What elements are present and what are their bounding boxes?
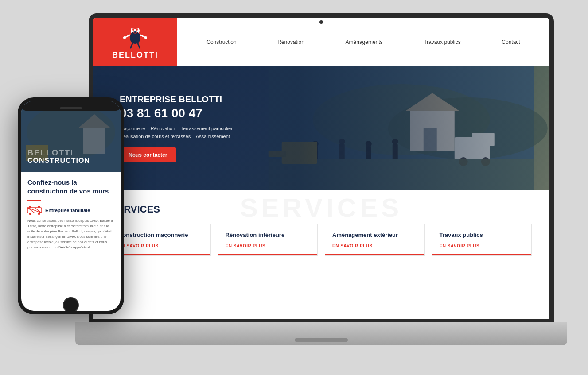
laptop-screen: BELLOTTI Construction Rénovation Aménage… <box>93 18 549 319</box>
services-section: SERVICES SERVICES Construction maçonneri… <box>93 190 549 319</box>
service-card-3: Travaux publics EN SAVOIR PLUS <box>432 224 532 256</box>
laptop-body: BELLOTTI Construction Rénovation Aménage… <box>89 13 554 323</box>
phone-content-title: Confiez-nous la construction de vos murs <box>27 178 114 195</box>
hero-content: ENTREPRISE BELLOTTI 03 81 61 00 47 Maçon… <box>120 94 237 162</box>
phone-screen: BELLOTTI CONSTRUCTION Confiez-nous la co… <box>21 101 121 311</box>
svg-point-4 <box>123 36 126 39</box>
logo-mascot-icon <box>121 24 150 49</box>
phone-notch <box>21 101 121 111</box>
services-title: SERVICES <box>111 204 532 215</box>
phone-speaker <box>60 107 82 109</box>
laptop: BELLOTTI Construction Rénovation Aménage… <box>89 13 554 345</box>
nav-amenagements[interactable]: Aménagements <box>346 39 383 45</box>
svg-line-6 <box>131 43 132 48</box>
service-title-1: Rénovation intérieure <box>226 232 311 239</box>
phone-body: BELLOTTI CONSTRUCTION Confiez-nous la co… <box>18 97 124 314</box>
svg-point-8 <box>132 29 134 31</box>
svg-rect-46 <box>38 213 40 215</box>
service-title-0: Construction maçonnerie <box>118 232 203 239</box>
hero-cta-button[interactable]: Nous contacter <box>120 147 176 162</box>
svg-line-7 <box>138 43 140 48</box>
svg-rect-43 <box>29 206 31 208</box>
service-card-2: Aménagement extérieur EN SAVOIR PLUS <box>325 224 425 256</box>
phone-hero: BELLOTTI CONSTRUCTION <box>21 101 121 172</box>
service-link-0[interactable]: EN SAVOIR PLUS <box>118 244 203 248</box>
phone-body-text: Nous construisons des maisons depuis 198… <box>27 218 114 250</box>
site-header: BELLOTTI Construction Rénovation Aménage… <box>93 18 549 66</box>
nav-construction[interactable]: Construction <box>206 39 236 45</box>
svg-point-9 <box>136 29 138 31</box>
service-title-2: Aménagement extérieur <box>332 232 417 239</box>
service-card-1: Rénovation intérieure EN SAVOIR PLUS <box>218 224 318 256</box>
logo-box: BELLOTTI <box>93 18 177 66</box>
phone-divider <box>27 200 41 201</box>
phone-icon-area: Entreprise familiale <box>27 206 114 215</box>
phone-hero-bellotti-text: BELLOTTI <box>27 149 90 157</box>
svg-rect-45 <box>29 213 31 215</box>
site-hero: ENTREPRISE BELLOTTI 03 81 61 00 47 Maçon… <box>93 66 549 190</box>
hero-phone-number: 03 81 61 00 47 <box>120 106 237 120</box>
phone: BELLOTTI CONSTRUCTION Confiez-nous la co… <box>18 97 124 314</box>
service-card-0: Construction maçonnerie EN SAVOIR PLUS <box>111 224 211 256</box>
services-grid: Construction maçonnerie EN SAVOIR PLUS R… <box>111 224 532 256</box>
svg-line-40 <box>27 208 42 213</box>
svg-line-42 <box>27 208 35 213</box>
hero-company-name: ENTREPRISE BELLOTTI <box>120 94 237 104</box>
service-link-1[interactable]: EN SAVOIR PLUS <box>226 244 311 248</box>
phone-section-title: Entreprise familiale <box>45 208 90 213</box>
svg-rect-11 <box>133 25 137 27</box>
service-link-3[interactable]: EN SAVOIR PLUS <box>440 244 525 248</box>
laptop-camera <box>319 20 323 24</box>
nav-contact[interactable]: Contact <box>502 39 520 45</box>
laptop-base <box>75 322 567 345</box>
hero-description: Maçonnerie – Rénovation – Terrassement p… <box>120 125 237 140</box>
phone-home-button[interactable] <box>63 297 79 313</box>
service-link-2[interactable]: EN SAVOIR PLUS <box>332 244 417 248</box>
svg-line-41 <box>35 208 42 213</box>
phone-hero-construction-text: CONSTRUCTION <box>27 157 90 165</box>
logo-brand-text: BELLOTTI <box>112 50 158 60</box>
site-nav: Construction Rénovation Aménagements Tra… <box>177 18 549 66</box>
phone-barrier-icon <box>27 206 42 215</box>
nav-renovation[interactable]: Rénovation <box>277 39 304 45</box>
phone-hero-text: BELLOTTI CONSTRUCTION <box>27 149 90 165</box>
svg-rect-44 <box>38 206 40 208</box>
nav-travaux[interactable]: Travaux publics <box>424 39 461 45</box>
service-title-3: Travaux publics <box>440 232 525 239</box>
svg-point-5 <box>144 36 147 39</box>
phone-content: Confiez-nous la construction de vos murs <box>21 172 121 311</box>
